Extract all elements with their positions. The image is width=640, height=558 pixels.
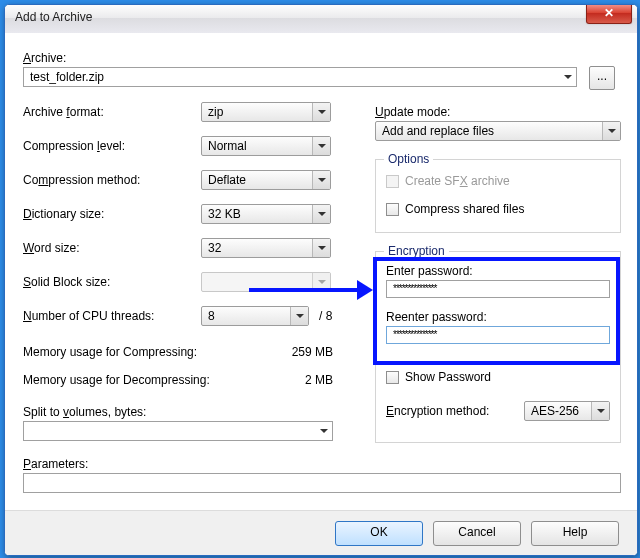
encryption-method-combo[interactable]: AES-256	[524, 401, 610, 421]
dictionary-size-combo[interactable]: 32 KB	[201, 204, 331, 224]
cpu-threads-combo[interactable]: 8	[201, 306, 309, 326]
mem-decompress-value: 2 MB	[305, 373, 333, 387]
archive-label: Archive:	[23, 51, 66, 65]
chevron-down-icon	[312, 103, 330, 121]
checkbox-icon	[386, 203, 399, 216]
options-group: Options Create SFX archive Compress shar…	[375, 159, 621, 233]
compression-level-label: Compression level:	[23, 139, 125, 153]
cpu-threads-label: Number of CPU threads:	[23, 309, 154, 323]
mem-compress-value: 259 MB	[292, 345, 333, 359]
chevron-down-icon	[602, 122, 620, 140]
show-password-checkbox[interactable]: Show Password	[386, 370, 491, 384]
chevron-down-icon	[591, 402, 609, 420]
chevron-down-icon	[559, 68, 576, 86]
mem-decompress-label: Memory usage for Decompressing:	[23, 373, 210, 387]
archive-format-label: Archive format:	[23, 105, 104, 119]
encryption-method-label: Encryption method:	[386, 404, 489, 418]
create-sfx-checkbox: Create SFX archive	[386, 174, 510, 188]
checkbox-icon	[386, 371, 399, 384]
cancel-button[interactable]: Cancel	[433, 521, 521, 546]
chevron-down-icon	[312, 137, 330, 155]
chevron-down-icon	[290, 307, 308, 325]
chevron-down-icon	[312, 273, 330, 291]
solid-block-size-label: Solid Block size:	[23, 275, 110, 289]
cpu-threads-total: / 8	[319, 309, 332, 323]
compress-shared-text: Compress shared files	[405, 202, 524, 216]
titlebar[interactable]: Add to Archive ✕	[5, 5, 637, 34]
help-button[interactable]: Help	[531, 521, 619, 546]
dialog-window: Add to Archive ✕ Archive: test_folder.zi…	[4, 4, 638, 556]
solid-block-size-combo	[201, 272, 331, 292]
parameters-label: Parameters:	[23, 457, 88, 471]
dictionary-size-label: Dictionary size:	[23, 207, 104, 221]
archive-path-value: test_folder.zip	[30, 70, 104, 84]
update-mode-label: Update mode:	[375, 105, 450, 119]
split-volumes-combo[interactable]	[23, 421, 333, 441]
window-title: Add to Archive	[15, 10, 92, 24]
compression-method-label: Compression method:	[23, 173, 140, 187]
button-bar: OK Cancel Help	[5, 510, 637, 555]
encryption-legend: Encryption	[384, 244, 449, 258]
ok-button[interactable]: OK	[335, 521, 423, 546]
create-sfx-text: Create SFX archive	[405, 174, 510, 188]
mem-compress-label: Memory usage for Compressing:	[23, 345, 197, 359]
compress-shared-checkbox[interactable]: Compress shared files	[386, 202, 524, 216]
word-size-label: Word size:	[23, 241, 79, 255]
chevron-down-icon	[315, 422, 332, 440]
compression-level-combo[interactable]: Normal	[201, 136, 331, 156]
checkbox-icon	[386, 175, 399, 188]
split-volumes-label: Split to volumes, bytes:	[23, 405, 146, 419]
client-area: Archive: test_folder.zip ... Archive for…	[5, 33, 637, 555]
annotation-highlight	[373, 257, 620, 365]
archive-format-combo[interactable]: zip	[201, 102, 331, 122]
chevron-down-icon	[312, 239, 330, 257]
archive-path-combo[interactable]: test_folder.zip	[23, 67, 577, 87]
compression-method-combo[interactable]: Deflate	[201, 170, 331, 190]
browse-button[interactable]: ...	[589, 66, 615, 90]
options-legend: Options	[384, 152, 433, 166]
chevron-down-icon	[312, 171, 330, 189]
show-password-text: Show Password	[405, 370, 491, 384]
close-button[interactable]: ✕	[586, 5, 632, 24]
parameters-input[interactable]	[23, 473, 621, 493]
update-mode-combo[interactable]: Add and replace files	[375, 121, 621, 141]
chevron-down-icon	[312, 205, 330, 223]
word-size-combo[interactable]: 32	[201, 238, 331, 258]
